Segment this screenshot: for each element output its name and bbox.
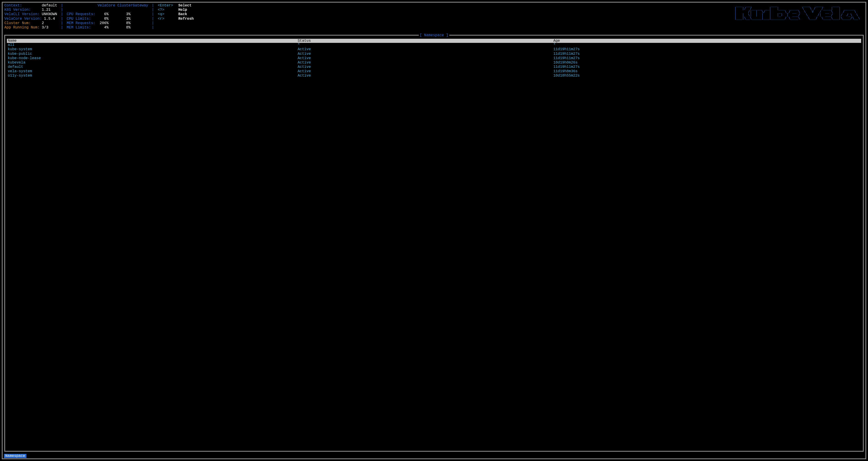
cluster-label: Cluster Num: — [4, 21, 31, 25]
cell-name: kubevela — [8, 61, 298, 65]
velacore-value: 1.5.4 — [44, 17, 55, 21]
refresh-action: Refresh — [178, 17, 194, 21]
cell-status: Active — [298, 65, 553, 69]
table-row[interactable]: vela-systemActive11d19h8m36s — [7, 69, 861, 73]
cell-age: 11d19h11m27s — [553, 52, 860, 56]
cell-name: vela-system — [8, 69, 298, 73]
cell-status: Active — [298, 47, 553, 52]
mem-req-label: MEM Requests: — [67, 21, 95, 25]
namespace-panel: Name Status Age all**kube-systemActive11… — [4, 35, 864, 452]
separator-2: |||||| — [151, 3, 158, 30]
velacli-value: UNKNOWN — [42, 12, 57, 16]
velacore-col-header: VelaCore — [97, 3, 115, 7]
context-value: default — [42, 3, 57, 7]
breadcrumb[interactable]: Namespace — [4, 454, 26, 458]
cell-name: kube-node-lease — [8, 56, 298, 61]
footer-bar: Namespace — [2, 454, 866, 459]
refresh-key: <r> — [158, 17, 178, 21]
table-row[interactable]: kube-node-leaseActive11d19h11m27s — [7, 56, 861, 61]
enter-key: <Enter> — [158, 3, 178, 8]
table-header: Name Status Age — [7, 39, 861, 43]
cell-age: 10d18h55m22s — [553, 73, 860, 78]
cell-status: Active — [298, 73, 553, 78]
velacli-label: VelaCLI Version: — [4, 12, 40, 16]
cpu-lim-v2: 3% — [126, 17, 130, 21]
kubevela-logo: ___ ___ ___ ____ ____ ___ | |/ /__ __ __… — [734, 3, 864, 30]
cpu-req-v1: 6% — [104, 12, 108, 16]
table-row[interactable]: all** — [7, 43, 861, 47]
apprun-value: 3/3 — [42, 26, 49, 30]
back-key: <q> — [158, 12, 178, 17]
cell-age: * — [553, 43, 860, 47]
header-bar: Context: default K8S Version: 1.21 VelaC… — [2, 2, 866, 31]
cell-status: Active — [298, 61, 553, 65]
context-label: Context: — [4, 3, 22, 7]
cell-status: Active — [298, 69, 553, 73]
help-action: Help — [178, 8, 187, 12]
clustergw-col-header: ClusterGateway — [117, 3, 148, 7]
info-column: Context: default K8S Version: 1.21 VelaC… — [4, 3, 60, 30]
col-header-age: Age — [553, 39, 860, 43]
table-row[interactable]: o11y-systemActive10d18h55m22s — [7, 73, 861, 78]
mem-lim-v1: 4% — [104, 26, 108, 30]
panel-title-wrap: [ Namespace ] — [2, 33, 866, 37]
cell-name: kube-system — [8, 47, 298, 52]
panel-title: [ Namespace ] — [419, 33, 449, 37]
back-action: Back — [178, 12, 187, 17]
table-row[interactable]: kubevelaActive10d19h0m26s — [7, 61, 861, 65]
velacore-label: VelaCore Version: — [4, 17, 42, 21]
cpu-req-v2: 3% — [126, 12, 130, 16]
enter-action: Select — [178, 3, 192, 8]
mem-req-v2: 8% — [126, 21, 130, 25]
keybindings-column: <Enter>Select <?>Help <q>Back <r>Refresh — [158, 3, 196, 30]
cell-status: Active — [298, 56, 553, 61]
cpu-lim-v1: 0% — [104, 17, 108, 21]
cell-age: 11d19h11m27s — [553, 47, 860, 52]
cell-age: 11d19h11m27s — [553, 56, 860, 61]
table-row[interactable]: kube-publicActive11d19h11m27s — [7, 52, 861, 56]
table-row[interactable]: kube-systemActive11d19h11m27s — [7, 47, 861, 52]
namespace-table[interactable]: Name Status Age all**kube-systemActive11… — [5, 35, 863, 451]
cell-name: default — [8, 65, 298, 69]
cell-name: all — [8, 43, 298, 47]
cell-age: 10d19h0m26s — [553, 61, 860, 65]
cell-status: Active — [298, 52, 553, 56]
col-header-status: Status — [298, 39, 553, 43]
apprun-label: App Running Num: — [4, 26, 40, 30]
table-row[interactable]: defaultActive11d19h11m27s — [7, 65, 861, 69]
col-header-name: Name — [8, 39, 298, 43]
separator-1: |||||| — [60, 3, 67, 30]
help-key: <?> — [158, 8, 178, 12]
cell-status: * — [298, 43, 553, 47]
k8s-value: 1.21 — [42, 8, 51, 12]
k8s-label: K8S Version: — [4, 8, 31, 12]
cpu-lim-label: CPU Limits: — [67, 17, 91, 21]
cpu-req-label: CPU Requests: — [67, 12, 95, 16]
mem-lim-v2: 8% — [126, 26, 130, 30]
resources-column: VelaCore ClusterGateway CPU Requests: 6%… — [67, 3, 151, 30]
mem-req-v1: 206% — [100, 21, 108, 25]
cell-name: o11y-system — [8, 73, 298, 78]
main-window: Context: default K8S Version: 1.21 VelaC… — [2, 2, 866, 459]
cell-age: 11d19h11m27s — [553, 65, 860, 69]
cell-age: 11d19h8m36s — [553, 69, 860, 73]
cell-name: kube-public — [8, 52, 298, 56]
cluster-value: 2 — [42, 21, 44, 25]
mem-lim-label: MEM Limits: — [67, 26, 91, 30]
